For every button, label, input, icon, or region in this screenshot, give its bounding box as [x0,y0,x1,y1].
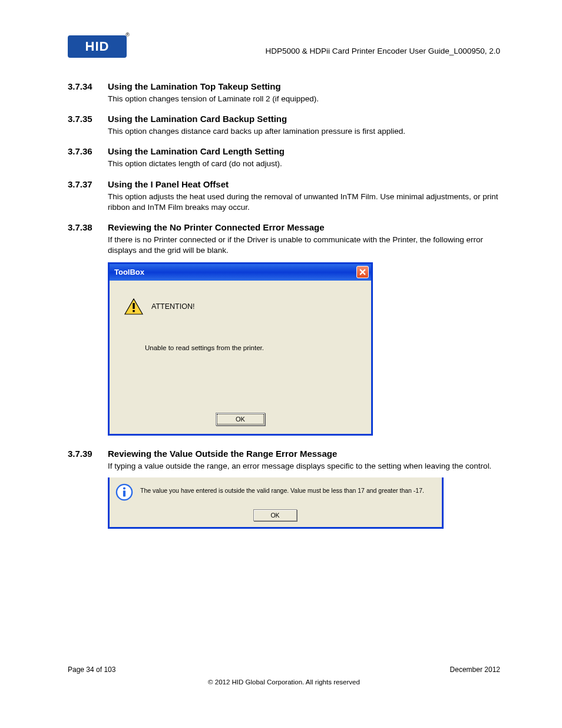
section-number: 3.7.37 [68,179,108,189]
footer-date: December 2012 [450,666,500,674]
section-title: Using the Lamination Card Length Setting [108,146,285,156]
dialog-titlebar: ToolBox [110,264,371,281]
ok-button[interactable]: OK [216,413,265,426]
section-title: Using the Lamination Card Backup Setting [108,114,287,124]
section-title: Reviewing the Value Outside the Range Er… [108,449,337,459]
section-number: 3.7.39 [68,449,108,459]
section-3-7-36: 3.7.36 Using the Lamination Card Length … [68,146,500,169]
svg-point-4 [123,487,125,489]
attention-label: ATTENTION! [151,302,194,311]
page-number: Page 34 of 103 [68,666,115,674]
section-body: This option changes distance card backs … [108,126,500,137]
section-title: Reviewing the No Printer Connected Error… [108,222,325,232]
section-body: This option dictates length of card (do … [108,159,500,169]
section-3-7-34: 3.7.34 Using the Lamination Top Takeup S… [68,81,500,104]
section-body: This option adjusts the heat used during… [108,192,500,213]
dialog-body: ATTENTION! Unable to read settings from … [110,281,371,434]
section-3-7-35: 3.7.35 Using the Lamination Card Backup … [68,114,500,137]
section-body: If there is no Printer connected or if t… [108,235,500,256]
svg-rect-2 [133,310,134,312]
section-number: 3.7.35 [68,114,108,124]
doc-title: HDP5000 & HDPii Card Printer Encoder Use… [266,47,500,58]
section-title: Using the I Panel Heat Offset [108,179,229,189]
dialog-message: The value you have entered is outside th… [140,487,424,494]
warning-icon [124,298,143,315]
toolbox-dialog: ToolBox ATTENTION! Unable to read settin… [108,262,373,436]
section-number: 3.7.38 [68,222,108,232]
section-3-7-38: 3.7.38 Reviewing the No Printer Connecte… [68,222,500,435]
svg-rect-5 [123,490,125,496]
info-icon [115,483,133,501]
close-icon[interactable] [356,266,369,278]
dialog-title: ToolBox [114,268,144,276]
svg-rect-1 [133,303,134,309]
section-3-7-37: 3.7.37 Using the I Panel Heat Offset Thi… [68,179,500,213]
hid-logo: HID [68,35,127,58]
ok-button[interactable]: OK [253,509,297,521]
section-title: Using the Lamination Top Takeup Setting [108,81,281,91]
section-body: If typing a value outside the range, an … [108,461,500,472]
section-number: 3.7.36 [68,146,108,156]
page-header: HID HDP5000 & HDPii Card Printer Encoder… [68,35,500,58]
section-number: 3.7.34 [68,81,108,91]
page-footer: Page 34 of 103 December 2012 © 2012 HID … [68,666,500,686]
range-error-dialog: The value you have entered is outside th… [108,477,444,529]
section-body: This option changes tension of Laminate … [108,94,500,104]
copyright: © 2012 HID Global Corporation. All right… [68,678,500,686]
section-3-7-39: 3.7.39 Reviewing the Value Outside the R… [68,449,500,529]
dialog-message: Unable to read settings from the printer… [145,344,264,351]
